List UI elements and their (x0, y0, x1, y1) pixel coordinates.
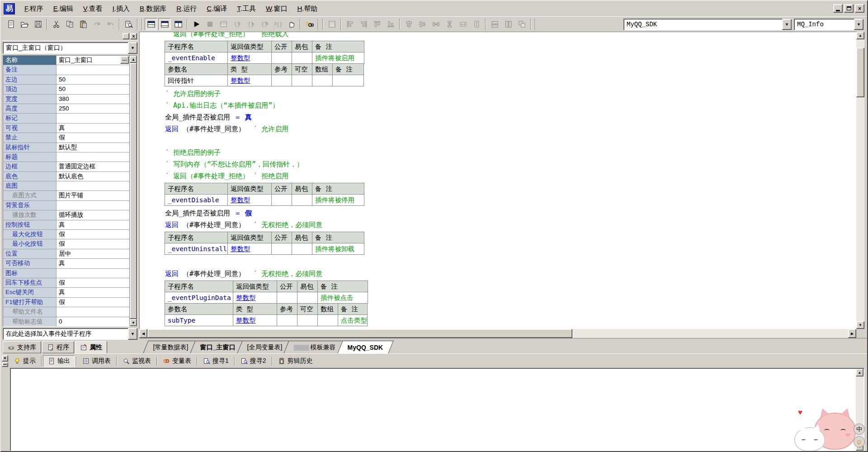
module-combo-value[interactable]: MyQQ_SDK (623, 19, 783, 30)
tab-属性[interactable]: 属性 (75, 341, 107, 353)
table-cell[interactable]: _eventUninstall (165, 243, 228, 255)
save-button[interactable] (32, 18, 44, 30)
help-search-button[interactable]: ? (303, 18, 316, 30)
table-cell[interactable]: 回传指针 (165, 75, 228, 86)
table-cell[interactable]: 点击类型 (338, 314, 368, 326)
property-row[interactable]: 标记 (3, 114, 129, 123)
menu-t[interactable]: T.工具 (232, 2, 261, 15)
maximize-button[interactable] (844, 4, 854, 13)
table-cell[interactable] (297, 314, 318, 326)
table-cell[interactable]: 整数型 (227, 52, 272, 64)
property-grid-scrollbar[interactable]: ▲ ▼ (129, 56, 137, 326)
property-value[interactable]: 50 (57, 75, 129, 84)
property-row[interactable]: 最小化按钮假 (3, 239, 129, 249)
chevron-down-icon[interactable]: ▼ (782, 19, 792, 30)
property-row[interactable]: 回车下移焦点假 (3, 278, 129, 288)
menu-w[interactable]: W.窗口 (261, 2, 292, 15)
table-cell[interactable]: 整数型 (227, 75, 272, 86)
scrollbar-track[interactable] (572, 329, 848, 338)
close-button[interactable]: × (855, 4, 864, 13)
property-value[interactable]: 0 (57, 317, 129, 326)
table-cell[interactable]: 插件将被卸载 (312, 243, 364, 255)
scrollbar-thumb[interactable] (130, 63, 137, 319)
output-tab-提示[interactable]: 提示 (9, 355, 40, 367)
layout-split-button[interactable] (172, 18, 184, 30)
property-row[interactable]: 鼠标指针默认型 (3, 143, 129, 152)
table-cell[interactable]: 整数型 (233, 292, 277, 304)
property-value[interactable]: 普通固定边框 (57, 162, 129, 171)
table-cell[interactable] (292, 194, 312, 206)
cut-button[interactable] (50, 18, 62, 30)
chevron-down-icon[interactable]: ▼ (128, 328, 137, 340)
property-row[interactable]: 左边50 (3, 75, 129, 85)
event-selector[interactable]: 在此处选择加入事件处理子程序 ▼ (3, 328, 137, 340)
table-cell[interactable] (277, 292, 297, 304)
section-combo-value[interactable]: MQ_Info (794, 19, 854, 30)
tab-程序[interactable]: 程序 (42, 341, 74, 353)
property-row[interactable]: 边框普通固定边框 (3, 162, 129, 171)
output-content[interactable]: ▲ ▼ (10, 368, 864, 451)
property-row[interactable]: Esc键关闭真 (3, 288, 129, 297)
property-row[interactable]: 最大化按钮假 (3, 230, 129, 239)
comment-line[interactable]: ′ 允许启用的例子 (165, 88, 856, 100)
menu-c[interactable]: C.编译 (202, 2, 232, 15)
property-row[interactable]: 高度250 (3, 104, 129, 114)
editor-vertical-scrollbar[interactable]: ▲ ▼ (856, 32, 864, 329)
property-row[interactable]: 播放次数循环播放 (3, 210, 129, 220)
table-cell[interactable]: 插件将被停用 (312, 194, 364, 206)
property-value[interactable]: 真 (57, 259, 129, 268)
run-button[interactable] (190, 18, 203, 30)
panel-close-button[interactable]: × (130, 33, 137, 39)
table-cell[interactable]: subType (165, 314, 233, 326)
property-value[interactable] (57, 201, 129, 210)
paste-button[interactable] (77, 18, 90, 30)
code-line[interactable]: 返回 （#事件处理_同意） ′ 无权拒绝，必须同意 (165, 268, 856, 280)
menu-r[interactable]: R.运行 (171, 2, 202, 15)
table-cell[interactable] (292, 75, 312, 86)
output-pin-button[interactable] (2, 362, 8, 367)
scroll-up-icon[interactable]: ▲ (130, 56, 137, 63)
scroll-up-icon[interactable]: ▲ (856, 369, 863, 376)
menu-v[interactable]: V.查看 (78, 2, 108, 15)
property-row[interactable]: 底图方式图片平铺 (3, 191, 129, 200)
property-value[interactable]: 假 (57, 298, 129, 307)
scrollbar-thumb[interactable] (856, 48, 864, 97)
scroll-right-icon[interactable]: ▶ (848, 329, 856, 338)
layout-bottom-button[interactable] (158, 18, 171, 30)
property-row[interactable]: 禁止假 (3, 133, 129, 143)
table-cell[interactable]: 整数型 (227, 194, 272, 206)
property-row[interactable]: 底图 (3, 181, 129, 191)
blank-line[interactable] (165, 135, 856, 147)
code-editor[interactable]: ′ 返回（#事件处理_拒绝） ′ 拒绝载入子程序名返回值类型公开易包备 注_ev… (139, 32, 856, 329)
table-cell[interactable] (271, 194, 292, 206)
table-cell[interactable]: 整数型 (233, 314, 277, 326)
comment-line[interactable]: ′ Api.输出日志（“本插件被启用”） (165, 100, 856, 111)
blank-line[interactable] (165, 256, 856, 268)
property-value[interactable]: 循环播放 (57, 210, 129, 219)
output-tab-搜寻1[interactable]: 搜寻1 (198, 355, 233, 367)
doc-tab-MyQQ_SDK[interactable]: MyQQ_SDK (338, 341, 394, 353)
table-cell[interactable] (271, 243, 292, 255)
table-cell[interactable] (277, 314, 297, 326)
menu-e[interactable]: E.编辑 (48, 2, 78, 15)
property-value[interactable]: 假 (57, 278, 129, 287)
property-value[interactable]: 默认底色 (57, 172, 129, 181)
code-line[interactable]: 全局_插件是否被启用 ＝ 真 (165, 111, 856, 123)
property-row[interactable]: 背景音乐 (3, 201, 129, 210)
new-file-button[interactable] (5, 18, 17, 30)
property-row[interactable]: 帮助标志值0 (3, 317, 129, 326)
property-row[interactable]: 图标 (3, 269, 129, 278)
editor-horizontal-scrollbar[interactable]: ◀ ▶ (139, 329, 856, 338)
property-value[interactable]: 真 (57, 220, 129, 229)
property-value[interactable]: 居中 (57, 249, 129, 258)
table-cell[interactable]: _eventEnable (165, 52, 228, 64)
output-tab-变量表[interactable]: 变量表 (158, 355, 196, 367)
property-value[interactable]: 假 (57, 239, 129, 248)
property-value[interactable]: 图片平铺 (57, 191, 129, 200)
property-row[interactable]: 位置居中 (3, 249, 129, 259)
property-value[interactable] (57, 307, 129, 316)
property-row[interactable]: 底色默认底色 (3, 172, 129, 181)
panel-titlebar[interactable]: × (2, 32, 138, 41)
scrollbar-thumb[interactable] (147, 329, 572, 338)
section-combo[interactable]: MQ_Info▼ (794, 19, 863, 30)
